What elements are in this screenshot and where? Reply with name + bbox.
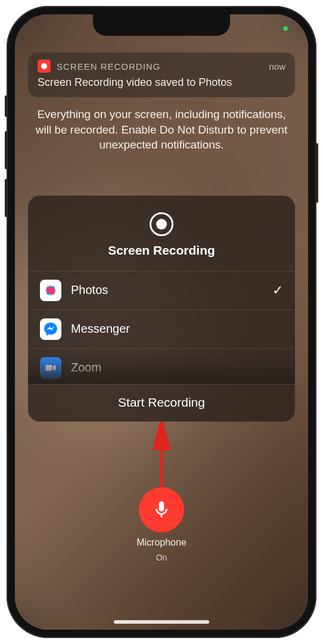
notification-app-name: SCREEN RECORDING [57, 61, 263, 72]
camera-indicator-dot [283, 26, 288, 31]
volume-down-button [5, 179, 7, 217]
destination-label: Zoom [71, 361, 283, 374]
microphone-icon [151, 500, 172, 520]
start-recording-button[interactable]: Start Recording [28, 384, 295, 422]
screen-recording-panel: Screen Recording [28, 196, 295, 422]
annotation-arrow [28, 422, 295, 487]
destination-label: Photos [71, 283, 263, 297]
svg-rect-8 [45, 365, 52, 371]
destination-list[interactable]: Photos ✓ Messenger [28, 271, 295, 384]
volume-up-button [5, 131, 7, 169]
microphone-section: Microphone On [28, 487, 295, 562]
destination-photos[interactable]: Photos ✓ [28, 271, 295, 310]
panel-header: Screen Recording [28, 196, 295, 271]
screen-recording-app-icon [38, 60, 51, 73]
start-recording-label: Start Recording [118, 395, 205, 409]
microphone-toggle-button[interactable] [139, 487, 184, 532]
microphone-state: On [156, 553, 167, 562]
screen: SCREEN RECORDING now Screen Recording vi… [15, 14, 308, 630]
silence-switch [5, 95, 7, 117]
recording-info-text: Everything on your screen, including not… [28, 107, 295, 153]
notification-time: now [269, 61, 285, 72]
home-indicator[interactable] [114, 620, 209, 624]
destination-messenger[interactable]: Messenger [28, 310, 295, 349]
zoom-app-icon [40, 357, 61, 379]
record-icon [150, 212, 173, 236]
destination-zoom[interactable]: Zoom [28, 349, 295, 384]
panel-title: Screen Recording [108, 243, 215, 258]
photos-app-icon [40, 280, 61, 301]
check-icon: ✓ [272, 283, 283, 298]
power-button [316, 143, 318, 203]
notification-body: Screen Recording video saved to Photos [38, 76, 285, 89]
notification-banner[interactable]: SCREEN RECORDING now Screen Recording vi… [28, 52, 295, 97]
messenger-app-icon [40, 318, 61, 340]
notch [93, 14, 230, 36]
iphone-frame: SCREEN RECORDING now Screen Recording vi… [7, 6, 316, 638]
destination-label: Messenger [71, 322, 283, 336]
microphone-label: Microphone [136, 537, 187, 548]
